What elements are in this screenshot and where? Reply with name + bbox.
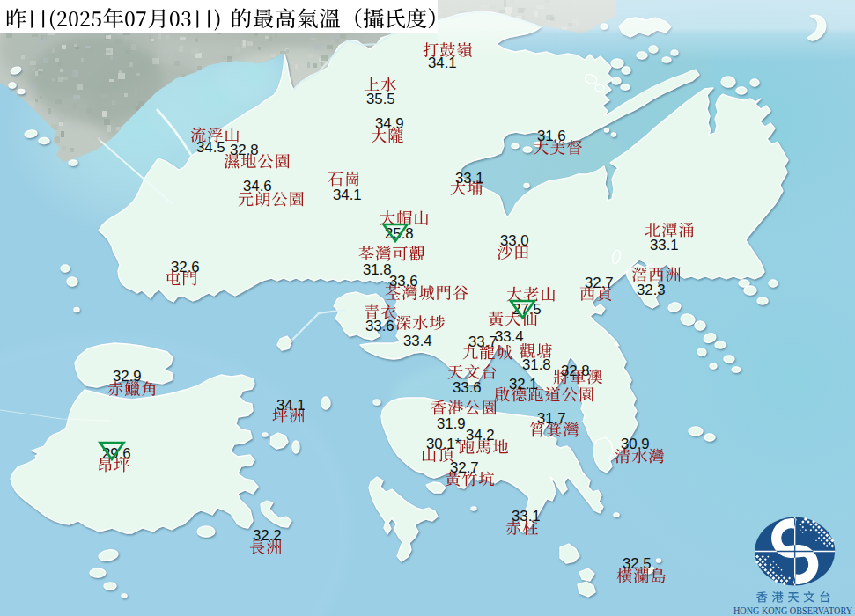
svg-text:32.1: 32.1 [509, 376, 538, 392]
svg-text:32.6: 32.6 [171, 259, 200, 275]
svg-text:HONG KONG OBSERVATORY: HONG KONG OBSERVATORY [733, 604, 852, 616]
svg-text:32.8: 32.8 [561, 363, 590, 379]
svg-text:33.6: 33.6 [365, 318, 394, 334]
svg-text:32.7: 32.7 [450, 459, 479, 476]
svg-text:33.1: 33.1 [650, 237, 679, 253]
svg-text:30.1*: 30.1* [426, 436, 461, 452]
svg-text:33.1: 33.1 [512, 508, 541, 524]
svg-text:33.4: 33.4 [495, 328, 524, 345]
svg-text:33.6: 33.6 [453, 379, 482, 396]
svg-text:34.1: 34.1 [428, 55, 457, 71]
svg-text:31.8: 31.8 [522, 356, 551, 373]
svg-text:33.6: 33.6 [389, 273, 418, 290]
svg-text:34.5: 34.5 [196, 139, 225, 156]
svg-text:32.5: 32.5 [623, 555, 652, 572]
svg-text:31.9: 31.9 [437, 415, 466, 432]
svg-text:30.9: 30.9 [621, 436, 650, 452]
svg-text:32.7: 32.7 [585, 275, 614, 291]
svg-text:33.1: 33.1 [455, 170, 484, 187]
svg-text:32.8: 32.8 [230, 142, 259, 158]
svg-text:34.9: 34.9 [375, 115, 404, 132]
svg-text:34.2: 34.2 [466, 427, 495, 444]
svg-text:34.6: 34.6 [243, 178, 272, 194]
svg-text:31.7: 31.7 [537, 410, 566, 427]
svg-text:33.0: 33.0 [500, 232, 529, 249]
svg-text:32.3: 32.3 [637, 282, 666, 298]
svg-text:34.1: 34.1 [333, 187, 362, 203]
svg-text:31.6: 31.6 [537, 128, 566, 144]
svg-text:31.8: 31.8 [363, 261, 392, 278]
svg-text:33.7: 33.7 [468, 334, 498, 350]
svg-text:34.1: 34.1 [276, 397, 306, 414]
svg-text:33.4: 33.4 [403, 333, 432, 349]
svg-text:32.2: 32.2 [253, 527, 282, 544]
svg-text:32.9: 32.9 [113, 368, 142, 385]
svg-text:35.5: 35.5 [366, 91, 395, 107]
